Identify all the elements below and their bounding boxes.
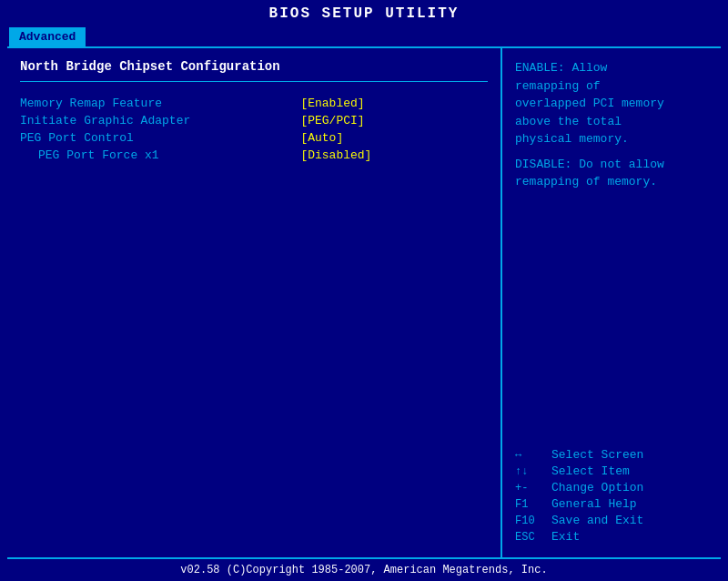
config-label: PEG Port Control [20, 129, 300, 147]
help-line: physical memory. [515, 130, 708, 148]
config-label: PEG Port Force x1 [20, 147, 300, 164]
key-row: ESCExit [515, 530, 708, 544]
config-row[interactable]: Initiate Graphic Adapter[PEG/PCI] [20, 112, 488, 129]
header-title: BIOS SETUP UTILITY [269, 5, 460, 22]
key-symbol: F10 [515, 515, 551, 527]
config-value: [PEG/PCI] [300, 112, 488, 129]
config-value: [Disabled] [300, 147, 488, 164]
tab-bar: Advanced [0, 25, 728, 46]
help-line: overlapped PCI memory [515, 95, 708, 113]
key-row: F1General Help [515, 497, 708, 511]
help-line: above the total [515, 113, 708, 131]
footer-text: v02.58 (C)Copyright 1985-2007, American … [180, 564, 547, 576]
key-guide: ↔Select Screen↑↓Select Item+-Change Opti… [515, 448, 708, 546]
config-value: [Enabled] [300, 95, 488, 112]
key-symbol: F1 [515, 498, 551, 511]
bios-header: BIOS SETUP UTILITY [0, 0, 728, 25]
key-row: ↔Select Screen [515, 448, 708, 462]
bios-screen: BIOS SETUP UTILITY Advanced North Bridge… [0, 0, 728, 581]
config-row[interactable]: Memory Remap Feature[Enabled] [20, 95, 488, 112]
key-symbol: ESC [515, 531, 551, 544]
right-panel: ENABLE: Allowremapping ofoverlapped PCI … [502, 48, 721, 557]
left-panel: North Bridge Chipset Configuration Memor… [7, 48, 502, 557]
key-label: General Help [551, 497, 637, 511]
key-label: Select Item [551, 464, 630, 478]
help-line: ENABLE: Allow [515, 59, 708, 77]
key-label: Change Option [551, 481, 643, 494]
key-symbol: +- [515, 482, 551, 494]
help-line: remapping of memory. [515, 173, 708, 191]
help-text: ENABLE: Allowremapping ofoverlapped PCI … [515, 59, 708, 191]
key-label: Exit [551, 530, 580, 544]
main-content: North Bridge Chipset Configuration Memor… [7, 46, 721, 557]
footer: v02.58 (C)Copyright 1985-2007, American … [7, 557, 721, 581]
key-row: F10Save and Exit [515, 514, 708, 527]
key-symbol: ↑↓ [515, 465, 551, 478]
config-value: [Auto] [300, 129, 488, 147]
key-label: Select Screen [551, 448, 643, 462]
help-line [515, 148, 708, 156]
help-line: DISABLE: Do not allow [515, 156, 708, 174]
key-row: ↑↓Select Item [515, 464, 708, 478]
key-row: +-Change Option [515, 481, 708, 494]
config-table: Memory Remap Feature[Enabled]Initiate Gr… [20, 95, 488, 164]
key-symbol: ↔ [515, 449, 551, 462]
config-row[interactable]: PEG Port Control[Auto] [20, 129, 488, 147]
config-label: Initiate Graphic Adapter [20, 112, 300, 129]
divider [20, 81, 488, 82]
config-row[interactable]: PEG Port Force x1[Disabled] [20, 147, 488, 164]
section-title: North Bridge Chipset Configuration [20, 59, 488, 74]
config-label: Memory Remap Feature [20, 95, 300, 112]
tab-advanced[interactable]: Advanced [9, 27, 86, 46]
help-line: remapping of [515, 77, 708, 96]
key-label: Save and Exit [551, 514, 643, 527]
